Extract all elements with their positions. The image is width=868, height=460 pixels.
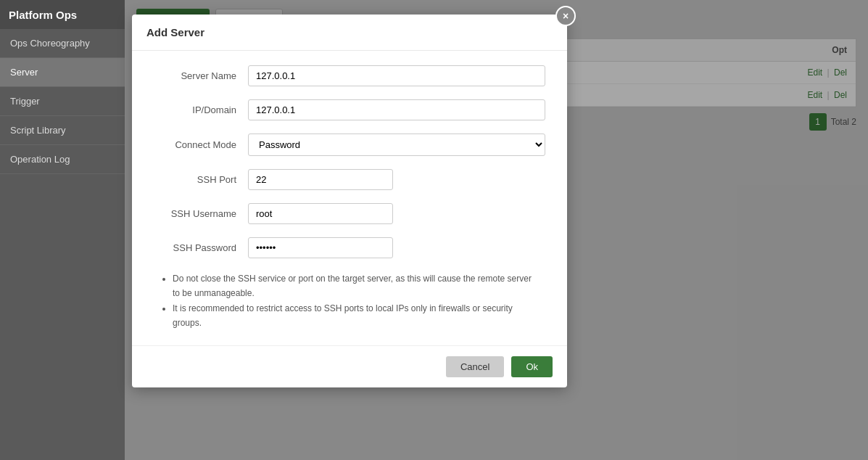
connect-mode-select[interactable]: Password Key (248, 134, 545, 156)
sidebar-item-label: Trigger (10, 96, 40, 107)
sidebar-item-label: Ops Choreography (10, 38, 90, 49)
ssh-password-input[interactable] (248, 237, 393, 258)
modal-footer: Cancel Ok (132, 345, 567, 387)
note-item-2: It is recommended to restrict access to … (173, 301, 538, 331)
modal-overlay: × Add Server Server Name IP/Domain Conne (125, 0, 868, 460)
sidebar-item-script-library[interactable]: Script Library (0, 116, 125, 145)
sidebar-item-label: Operation Log (10, 154, 70, 165)
main-content: Add Server Batch Add mode Opt Edit | Del… (125, 0, 868, 460)
modal-title: Add Server (132, 15, 567, 51)
sidebar-item-operation-log[interactable]: Operation Log (0, 145, 125, 174)
sidebar-item-label: Server (10, 67, 38, 78)
ssh-username-label: SSH Username (154, 208, 248, 219)
modal-body: Server Name IP/Domain Connect Mode Passw… (132, 51, 567, 345)
server-name-row: Server Name (154, 65, 545, 86)
sidebar-item-trigger[interactable]: Trigger (0, 87, 125, 116)
ssh-username-input[interactable] (248, 203, 393, 224)
modal-close-button[interactable]: × (555, 6, 576, 26)
server-name-input[interactable] (248, 65, 545, 86)
ip-domain-row: IP/Domain (154, 99, 545, 120)
sidebar-item-ops-choreography[interactable]: Ops Choreography (0, 29, 125, 58)
notes-section: Do not close the SSH service or port on … (154, 271, 545, 331)
connect-mode-label: Connect Mode (154, 139, 248, 150)
ip-domain-label: IP/Domain (154, 104, 248, 115)
server-name-label: Server Name (154, 70, 248, 81)
sidebar: Platform Ops Ops Choreography Server Tri… (0, 0, 125, 460)
note-item-1: Do not close the SSH service or port on … (173, 271, 538, 301)
ip-domain-input[interactable] (248, 99, 545, 120)
ssh-password-label: SSH Password (154, 242, 248, 253)
sidebar-title: Platform Ops (0, 0, 125, 29)
ssh-port-label: SSH Port (154, 174, 248, 185)
ssh-port-row: SSH Port (154, 169, 545, 190)
ssh-username-row: SSH Username (154, 203, 545, 224)
sidebar-item-label: Script Library (10, 125, 66, 136)
cancel-button[interactable]: Cancel (446, 356, 504, 377)
ssh-password-row: SSH Password (154, 237, 545, 258)
add-server-modal: × Add Server Server Name IP/Domain Conne (132, 15, 567, 387)
ok-button[interactable]: Ok (511, 356, 553, 377)
close-icon: × (563, 10, 569, 22)
sidebar-item-server[interactable]: Server (0, 58, 125, 87)
connect-mode-row: Connect Mode Password Key (154, 134, 545, 156)
ssh-port-input[interactable] (248, 169, 393, 190)
